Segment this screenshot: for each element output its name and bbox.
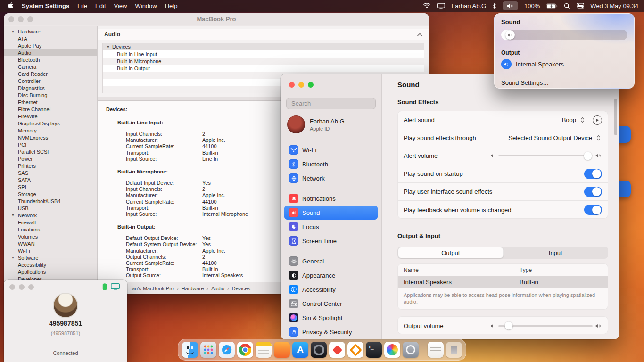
sysinfo-tree-item[interactable]: ▼ SAS [4, 169, 97, 176]
close-button[interactable] [8, 16, 14, 22]
sidebar-item-network[interactable]: Network [284, 171, 378, 185]
ui-sound-effects-toggle[interactable] [584, 187, 602, 197]
sysinfo-tree-item[interactable]: ▼ Memory [4, 127, 97, 134]
sysinfo-tree-item[interactable]: ▼ Parallel SCSI [4, 148, 97, 155]
alert-volume-slider[interactable] [498, 155, 593, 156]
dock-notes-icon[interactable] [256, 342, 272, 358]
minimize-button[interactable] [19, 284, 25, 290]
sysinfo-tree-item[interactable]: ▼ NVMExpress [4, 134, 97, 141]
disclosure-triangle-icon[interactable]: ▼ [11, 214, 18, 217]
disclosure-triangle-icon[interactable]: ▼ [107, 45, 110, 49]
sysinfo-tree-item[interactable]: ▼ ATA [4, 35, 97, 42]
menu-bar-clock[interactable]: Wed 3 May 09.34 [590, 2, 638, 9]
alert-sound-dropdown[interactable] [579, 116, 586, 123]
sysinfo-tree-item[interactable]: ▼ Locations [4, 226, 97, 233]
sidebar-item-bluetooth[interactable]: Bluetooth [284, 157, 378, 171]
sysinfo-tree-item[interactable]: ▼ WWAN [4, 240, 97, 247]
effects-through-dropdown[interactable] [595, 134, 602, 141]
slider-knob[interactable] [505, 322, 513, 330]
sysinfo-tree-item[interactable]: ▼ Hardware [4, 28, 97, 35]
minimize-button[interactable] [298, 82, 304, 88]
sysinfo-tree-item[interactable]: ▼ FireWire [4, 113, 97, 120]
minimize-button[interactable] [18, 16, 24, 22]
sysinfo-tree-item[interactable]: ▼ Camera [4, 63, 97, 70]
dock-safari-icon[interactable] [219, 342, 235, 358]
sidebar-item-general[interactable]: General [284, 254, 378, 268]
menu-bar-username[interactable]: Farhan Ab.G [451, 2, 486, 9]
sysinfo-tree-item[interactable]: ▼ Apple Pay [4, 42, 97, 49]
zoom-button[interactable] [27, 16, 33, 22]
sidebar-item-control-center[interactable]: Control Center [284, 296, 378, 311]
sysinfo-tree-item[interactable]: ▼ Ethernet [4, 99, 97, 106]
sysinfo-tree-item[interactable]: ▼ Graphics/Displays [4, 120, 97, 127]
dock-anydesk-icon[interactable] [329, 342, 345, 358]
tab-input[interactable]: Input [504, 247, 608, 258]
volume-slider[interactable] [501, 30, 627, 40]
volume-slider-knob[interactable] [505, 30, 515, 40]
close-button[interactable] [289, 82, 295, 88]
sysinfo-tree-item[interactable]: ▼ Fibre Channel [4, 106, 97, 113]
play-alert-sound-button[interactable] [593, 115, 602, 125]
sidebar-item-accessibility[interactable]: Accessibility [284, 282, 378, 296]
sysinfo-tree-item[interactable]: ▼ Printers [4, 162, 97, 169]
profile[interactable]: Farhan Ab.G Apple ID [287, 115, 378, 133]
battery-icon[interactable] [546, 3, 558, 9]
device-row[interactable]: Built-in Microphone [103, 58, 424, 65]
output-device-row[interactable]: Internal Speakers Built-in [398, 276, 608, 288]
sidebar-item-privacy-security[interactable]: Privacy & Security [284, 325, 378, 339]
sysinfo-tree-item[interactable]: ▼ Disc Burning [4, 91, 97, 99]
menu-file[interactable]: File [77, 2, 87, 9]
active-app-menu[interactable]: System Settings [22, 2, 69, 9]
breadcrumb-item[interactable]: Devices [232, 286, 250, 291]
slider-knob[interactable] [584, 152, 592, 160]
breadcrumb-item[interactable]: an's MacBook Pro [132, 286, 174, 291]
close-button[interactable] [9, 284, 15, 290]
disclosure-triangle-icon[interactable]: ▼ [11, 256, 18, 259]
collapse-chevron-icon[interactable] [417, 33, 422, 36]
wifi-status-icon[interactable] [423, 3, 431, 9]
sysinfo-tree-item[interactable]: ▼ Firewall [4, 219, 97, 226]
dock-textedit-icon[interactable] [428, 342, 444, 358]
disclosure-triangle-icon[interactable]: ▼ [11, 30, 18, 33]
sysinfo-tree-item[interactable]: ▼ Controller [4, 77, 97, 84]
display-status-icon[interactable] [111, 283, 120, 290]
dock-camera-icon[interactable] [311, 342, 327, 358]
search-field[interactable] [286, 98, 376, 109]
dock-app-gray-icon[interactable] [403, 342, 419, 358]
dock-chrome-icon[interactable] [237, 342, 253, 358]
menu-help[interactable]: Help [165, 2, 178, 9]
device-row[interactable]: Built-in Output [103, 65, 424, 72]
search-input[interactable] [291, 100, 374, 107]
dock-finder-icon[interactable] [182, 342, 198, 358]
sysinfo-tree-item[interactable]: ▼ Software [4, 254, 97, 261]
control-center-icon[interactable] [577, 3, 584, 9]
sysinfo-tree-item[interactable]: ▼ PCI [4, 141, 97, 148]
menu-window[interactable]: Window [135, 2, 157, 9]
dock-terminal-icon[interactable] [366, 342, 382, 358]
dock-launchpad-icon[interactable] [200, 342, 216, 358]
spotlight-icon[interactable] [564, 3, 570, 9]
sysinfo-tree-item[interactable]: ▼ SPI [4, 183, 97, 190]
sysinfo-tree-item[interactable]: ▼ Audio [4, 49, 97, 56]
dock-app-diamond-icon[interactable] [347, 342, 363, 358]
sysinfo-tree-item[interactable]: ▼ Card Reader [4, 70, 97, 77]
menu-view[interactable]: View [114, 2, 127, 9]
zoom-button[interactable] [28, 284, 34, 290]
screen-mirroring-icon[interactable] [437, 3, 445, 9]
sysinfo-tree-item[interactable]: ▼ Volumes [4, 233, 97, 240]
bluetooth-status-icon[interactable] [492, 3, 496, 9]
sysinfo-tree-item[interactable]: ▼ Wi-Fi [4, 247, 97, 254]
sidebar-item-focus[interactable]: Focus [284, 220, 378, 234]
sound-settings-link[interactable]: Sound Settings… [501, 79, 549, 86]
startup-sound-toggle[interactable] [584, 169, 602, 179]
device-row[interactable]: Built-in Line Input [103, 50, 424, 58]
sysinfo-tree-item[interactable]: ▼ Bluetooth [4, 56, 97, 63]
sidebar-item-siri-spotlight[interactable]: Siri & Spotlight [284, 311, 378, 325]
sidebar-item-notifications[interactable]: Notifications [284, 191, 378, 206]
scrollbar[interactable] [614, 99, 617, 135]
dock-app-store-icon[interactable] [292, 342, 308, 358]
breadcrumb-item[interactable]: Audio [211, 286, 224, 291]
volume-feedback-toggle[interactable] [584, 205, 602, 215]
sysinfo-tree-item[interactable]: ▼ Accessibility [4, 261, 97, 268]
sidebar-item-appearance[interactable]: Appearance [284, 268, 378, 282]
